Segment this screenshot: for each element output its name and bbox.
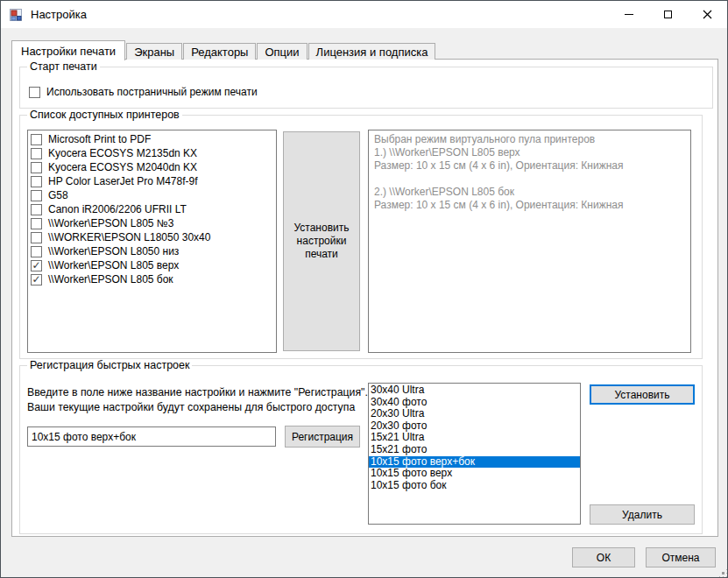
- preset-item-selected[interactable]: 10x15 фото верх+бок: [369, 456, 580, 469]
- checkbox-icon[interactable]: [31, 162, 42, 173]
- preset-item[interactable]: 20x30 Ultra: [369, 408, 580, 420]
- group-quick-presets: Регистрация быстрых настроек Введите в п…: [19, 365, 703, 534]
- maximize-icon: [664, 11, 672, 18]
- printer-item[interactable]: \\Worker\EPSON L8050 низ: [31, 244, 276, 258]
- info-line: Размер: 10 x 15 см (4 x 6 in), Ориентаци…: [374, 199, 685, 212]
- printer-item[interactable]: HP Color LaserJet Pro M478f-9f: [31, 174, 276, 188]
- checkbox-icon[interactable]: [31, 246, 42, 257]
- preset-item[interactable]: 15x21 фото: [369, 444, 580, 456]
- window-title: Настройка: [31, 8, 87, 21]
- apply-print-settings-button[interactable]: Установить настройки печати: [283, 131, 360, 351]
- info-line: 1.) \\Worker\EPSON L805 верх: [374, 146, 685, 159]
- resize-grip[interactable]: [723, 573, 724, 574]
- printer-item-label: \\Worker\EPSON L805 бок: [48, 273, 173, 285]
- preset-item[interactable]: 30x40 фото: [369, 397, 580, 409]
- preset-instructions: Введите в поле ниже название настройки и…: [27, 385, 368, 415]
- checkbox-icon[interactable]: [31, 218, 42, 229]
- group-quick-presets-title: Регистрация быстрых настроек: [27, 359, 192, 371]
- preset-item[interactable]: 10x15 фото верх: [369, 468, 580, 480]
- preset-item[interactable]: 15x21 Ultra: [369, 432, 580, 444]
- printer-item-label: \\Worker\EPSON L8050 низ: [48, 245, 179, 257]
- close-button[interactable]: [688, 1, 727, 28]
- checkbox-checked-icon[interactable]: ✓: [31, 274, 42, 285]
- selected-printers-info-panel: Выбран режим виртуального пула принтеров…: [368, 130, 691, 353]
- tab-4[interactable]: Лицензия и подписка: [308, 43, 436, 60]
- info-line: [374, 173, 685, 186]
- preset-instructions-line2: Ваши текущие настройки будут сохранены д…: [27, 400, 368, 415]
- printer-item[interactable]: Microsoft Print to PDF: [31, 132, 276, 146]
- tab-page-print-settings: Старт печати Использовать постраничный р…: [11, 59, 718, 537]
- checkbox-icon[interactable]: [31, 190, 42, 201]
- group-start-print-title: Старт печати: [27, 60, 100, 73]
- set-preset-button[interactable]: Установить: [590, 384, 695, 405]
- tab-0[interactable]: Настройки печати: [11, 40, 125, 60]
- preset-item[interactable]: 30x40 Ultra: [369, 384, 580, 397]
- preset-list[interactable]: 30x40 Ultra30x40 фото20x30 Ultra20x30 фо…: [368, 383, 581, 525]
- printer-item-label: Kyocera ECOSYS M2040dn KX: [48, 161, 197, 173]
- cancel-button[interactable]: Отмена: [646, 547, 716, 567]
- printer-item-label: \\WORKER\EPSON L18050 30x40: [48, 231, 210, 243]
- tab-3[interactable]: Опции: [257, 43, 307, 60]
- group-start-print: Старт печати Использовать постраничный р…: [19, 67, 713, 109]
- printer-item-label: Microsoft Print to PDF: [48, 133, 151, 145]
- minimize-icon: [625, 14, 633, 15]
- preset-name-input[interactable]: [27, 426, 276, 447]
- printer-item-label: G58: [48, 189, 68, 201]
- titlebar: Настройка: [1, 1, 727, 28]
- checkbox-icon[interactable]: [31, 134, 42, 145]
- info-line: Выбран режим виртуального пула принтеров: [374, 133, 685, 146]
- info-line: 2.) \\Worker\EPSON L805 бок: [374, 186, 685, 199]
- printer-item-label: \\Worker\EPSON L805 №3: [48, 217, 173, 229]
- printer-item[interactable]: Kyocera ECOSYS M2135dn KX: [31, 146, 276, 160]
- printer-item-label: Kyocera ECOSYS M2135dn KX: [48, 147, 197, 159]
- per-page-mode-label: Использовать постраничный режим печати: [46, 86, 258, 98]
- printer-item[interactable]: Kyocera ECOSYS M2040dn KX: [31, 160, 276, 174]
- checkbox-icon[interactable]: [31, 176, 42, 187]
- group-printer-list-title: Список доступных принтеров: [27, 109, 182, 121]
- printer-item[interactable]: ✓\\Worker\EPSON L805 верх: [31, 258, 276, 272]
- checkbox-icon[interactable]: [31, 148, 42, 159]
- printer-item[interactable]: \\WORKER\EPSON L18050 30x40: [31, 230, 276, 244]
- tab-1[interactable]: Экраны: [126, 43, 182, 60]
- per-page-mode-checkbox[interactable]: Использовать постраничный режим печати: [29, 86, 258, 98]
- minimize-button[interactable]: [609, 1, 648, 28]
- checkbox-checked-icon[interactable]: ✓: [31, 260, 42, 271]
- printer-item[interactable]: G58: [31, 188, 276, 202]
- tab-2[interactable]: Редакторы: [183, 43, 256, 60]
- checkbox-icon[interactable]: [31, 232, 42, 243]
- preset-item[interactable]: 20x30 фото: [369, 420, 580, 433]
- settings-window: Настройка Настройки печатиЭкраныРедактор…: [0, 0, 728, 578]
- delete-preset-button[interactable]: Удалить: [590, 504, 695, 525]
- printer-item[interactable]: Canon iR2006/2206 UFRII LT: [31, 202, 276, 216]
- register-preset-button[interactable]: Регистрация: [285, 426, 360, 448]
- printer-item-label: HP Color LaserJet Pro M478f-9f: [48, 175, 198, 187]
- preset-instructions-line1: Введите в поле ниже название настройки и…: [27, 385, 368, 400]
- printer-item-label: \\Worker\EPSON L805 верх: [48, 259, 179, 271]
- printer-item-label: Canon iR2006/2206 UFRII LT: [48, 203, 187, 215]
- tab-strip: Настройки печатиЭкраныРедакторыОпцииЛице…: [11, 39, 436, 60]
- printer-list[interactable]: Microsoft Print to PDFKyocera ECOSYS M21…: [27, 130, 277, 353]
- form-app-icon: [9, 8, 23, 22]
- preset-item[interactable]: 10x15 фото бок: [369, 480, 580, 492]
- checkbox-icon[interactable]: [31, 204, 42, 215]
- checkbox-icon: [29, 87, 40, 98]
- ok-button[interactable]: ОК: [572, 547, 635, 567]
- maximize-button[interactable]: [648, 1, 688, 28]
- printer-item[interactable]: ✓\\Worker\EPSON L805 бок: [31, 272, 276, 286]
- printer-item[interactable]: \\Worker\EPSON L805 №3: [31, 216, 276, 230]
- close-icon: [703, 10, 712, 19]
- info-line: Размер: 10 x 15 см (4 x 6 in), Ориентаци…: [374, 159, 685, 173]
- group-printer-list: Список доступных принтеров Microsoft Pri…: [19, 115, 703, 359]
